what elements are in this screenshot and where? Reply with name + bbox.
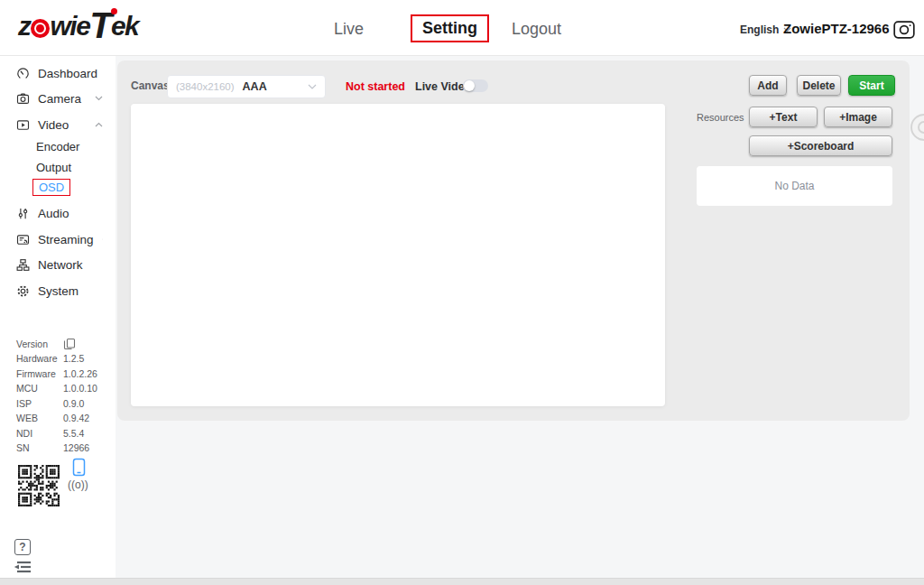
sidebar-item-label: Audio: [38, 207, 69, 220]
version-value: 0.9.42: [63, 413, 89, 423]
help-button[interactable]: ?: [14, 539, 31, 555]
qr-code: [14, 461, 63, 510]
streaming-icon: [16, 233, 30, 246]
version-row: ISP 0.9.0: [16, 397, 84, 409]
sidebar-item-label: Camera: [38, 92, 81, 106]
sidebar-item-label: Video: [38, 118, 69, 132]
version-row: Hardware 1.2.5: [16, 352, 84, 364]
start-button[interactable]: Start: [848, 75, 895, 96]
canvas-select[interactable]: (3840x2160) AAA: [167, 75, 326, 98]
version-row: Firmware 1.0.2.26: [16, 367, 97, 379]
live-video-toggle[interactable]: [463, 79, 488, 92]
nav-setting[interactable]: Setting: [411, 14, 489, 42]
version-value: 1.0.0.10: [63, 383, 97, 394]
version-value: 0.9.0: [63, 398, 84, 409]
version-label: WEB: [16, 413, 63, 423]
nav-logout[interactable]: Logout: [512, 20, 561, 39]
video-icon: [16, 118, 30, 132]
version-value: 1.2.5: [63, 353, 84, 364]
horizontal-scrollbar[interactable]: [0, 578, 924, 585]
version-row: NDI 5.5.4: [16, 427, 84, 439]
sidebar-item-label: System: [38, 284, 79, 298]
version-row: MCU 1.0.0.10: [16, 382, 97, 394]
version-row: WEB 0.9.42: [16, 412, 89, 423]
version-label: Version: [16, 339, 63, 349]
sidebar-item-network[interactable]: Network: [16, 255, 103, 274]
osd-settings-panel: Canvas (3840x2160) AAA Not started Live …: [117, 60, 910, 421]
copy-icon[interactable]: [63, 338, 76, 350]
version-row: SN 12966: [16, 441, 89, 453]
audio-sliders-icon: [16, 207, 30, 220]
version-label: NDI: [16, 428, 63, 439]
sidebar-item-label: Output: [36, 161, 71, 174]
status-text: Not started: [346, 80, 405, 93]
sidebar-item-output[interactable]: Output: [36, 158, 71, 176]
floating-widget-handle[interactable]: [910, 114, 924, 141]
version-row: Version: [16, 338, 76, 349]
sidebar-item-osd[interactable]: OSD: [32, 178, 70, 196]
version-label: ISP: [16, 398, 63, 409]
delete-button[interactable]: Delete: [797, 75, 841, 96]
version-label: MCU: [16, 383, 63, 394]
version-label: Firmware: [16, 368, 63, 379]
sidebar-item-audio[interactable]: Audio: [16, 203, 103, 223]
canvas-resolution: (3840x2160): [176, 81, 235, 92]
camera-icon: [16, 92, 30, 106]
sidebar-item-system[interactable]: System: [16, 281, 103, 301]
chevron-down-icon: [95, 96, 103, 101]
add-image-button[interactable]: +Image: [824, 107, 892, 127]
canvas-name: AAA: [243, 80, 267, 93]
sidebar-item-encoder[interactable]: Encoder: [36, 137, 79, 155]
language-label: English: [740, 23, 779, 36]
logo-bullseye-icon: [31, 19, 50, 38]
chevron-up-icon: [95, 122, 103, 127]
gauge-icon: [16, 67, 30, 80]
sidebar-item-label: Dashboard: [38, 67, 97, 80]
network-icon: [16, 258, 30, 272]
sidebar-item-label: Encoder: [36, 140, 79, 153]
camera-snapshot-icon[interactable]: [893, 19, 915, 39]
resources-label: Resources: [697, 112, 744, 123]
sidebar-item-label-selected: OSD: [32, 179, 70, 196]
add-scoreboard-button[interactable]: +Scoreboard: [749, 135, 892, 156]
chevron-down-icon: [308, 84, 317, 89]
version-value: 1.0.2.26: [63, 368, 97, 379]
chevron-down-icon: [102, 237, 103, 242]
logo-text: wie: [51, 7, 90, 45]
nav-live[interactable]: Live: [334, 20, 364, 39]
collapse-sidebar-icon[interactable]: [13, 561, 32, 573]
sidebar-item-camera[interactable]: Camera: [16, 88, 103, 108]
sidebar-item-dashboard[interactable]: Dashboard: [16, 63, 103, 83]
resource-list-empty: No Data: [697, 166, 892, 206]
sidebar: Dashboard Camera Video Encoder Output OS…: [0, 56, 116, 578]
version-label: Hardware: [16, 353, 63, 364]
logo-text: z: [18, 7, 31, 45]
device-name: ZowiePTZ-12966: [783, 21, 890, 36]
version-value: 12966: [63, 442, 89, 453]
gear-icon: [16, 284, 30, 298]
zowietek-logo[interactable]: z wie T ek: [18, 5, 138, 45]
broadcast-icon: ((o)): [68, 478, 88, 491]
osd-canvas-preview[interactable]: [131, 104, 665, 406]
version-value: 5.5.4: [63, 428, 84, 439]
version-label: SN: [16, 442, 63, 453]
add-text-button[interactable]: +Text: [749, 107, 818, 127]
sidebar-item-video[interactable]: Video: [16, 115, 103, 135]
add-button[interactable]: Add: [749, 75, 787, 96]
sidebar-item-label: Streaming: [38, 233, 94, 246]
logo-red-dot: [111, 8, 117, 14]
sidebar-item-label: Network: [38, 258, 83, 272]
logo-text: T: [89, 5, 111, 45]
mobile-phone-icon[interactable]: [72, 458, 86, 477]
header: z wie T ek Live Setting Logout English Z…: [0, 0, 924, 56]
sidebar-item-streaming[interactable]: Streaming: [16, 229, 103, 249]
canvas-label: Canvas: [131, 79, 170, 92]
